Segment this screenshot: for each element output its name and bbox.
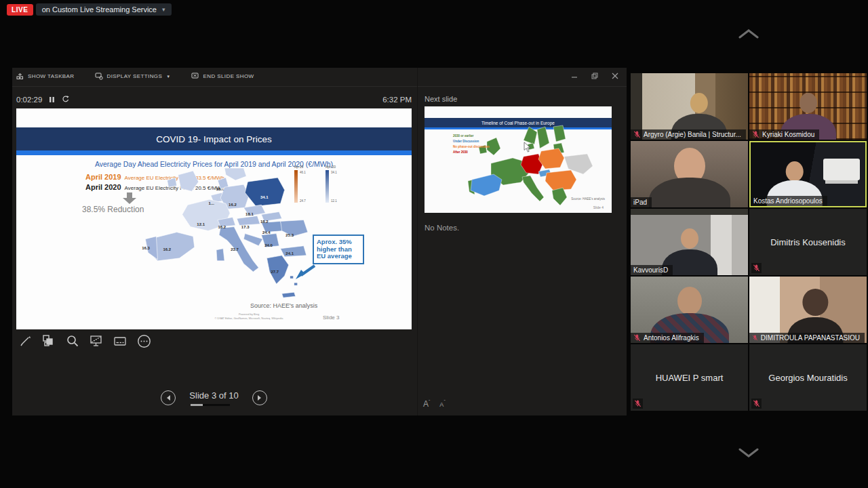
price-legend: Ap-19 46.1 24.7 Apr-20 34.1 12.1: [294, 165, 343, 203]
chevron-down-icon: [738, 447, 759, 458]
scroll-participants-down-button[interactable]: [738, 446, 760, 460]
chevron-up-icon: [738, 28, 759, 39]
participant-name: Antonios Alifragkis: [644, 334, 699, 342]
decrease-font-button[interactable]: Aˆ: [439, 399, 445, 409]
map-value-czechia: 18.1: [245, 212, 254, 216]
video-tile-dimitris[interactable]: Dimitris Kousenidis: [749, 209, 867, 275]
video-tile-kavvouris[interactable]: KavvourisD: [631, 209, 748, 275]
increase-font-button[interactable]: Aˆ: [423, 399, 430, 409]
end-slide-show-button[interactable]: END SLIDE SHOW: [191, 73, 254, 80]
slide-progress-fill: [191, 404, 202, 406]
participant-name-pill: Argyro (Argie) Banila | Structur...: [631, 129, 746, 140]
muted-mic-chip: [751, 263, 762, 273]
next-slide-button[interactable]: [252, 390, 267, 405]
background-printer: [823, 159, 860, 180]
video-tile-georgios[interactable]: Georgios Mouratidis: [749, 344, 867, 411]
more-options-button[interactable]: [136, 333, 151, 348]
map-value-portugal: 16.3: [142, 246, 150, 250]
map-value-greece: 27.7: [271, 270, 279, 274]
muted-mic-icon: [753, 264, 760, 272]
display-settings-label: DISPLAY SETTINGS: [107, 73, 163, 79]
restart-timer-button[interactable]: [62, 95, 70, 105]
legend-apr19: Ap-19 46.1 24.7: [294, 165, 312, 203]
video-tile-kyriaki[interactable]: Kyriaki Kosmidou: [749, 73, 867, 140]
timer-row: 0:02:29 6:32 PM: [16, 94, 412, 106]
slide-navigation: Slide 3 of 10: [16, 389, 412, 406]
legend-apr20-label: Apr-20: [326, 165, 343, 169]
map-value-france: 12.1: [197, 222, 205, 226]
live-service-dropdown[interactable]: on Custom Live Streaming Service ▾: [36, 3, 172, 16]
legend-apr19-bar: [294, 170, 298, 203]
map-value-netherlands: 1...: [209, 201, 214, 205]
participant-name: iPad: [633, 199, 647, 206]
participant-name-pill: Kostas Andriosopoulos: [751, 196, 827, 206]
map-attribution: Powered by Bing © DSAT Editor, GeoNames,…: [208, 312, 290, 321]
caret-down-icon: ▾: [162, 6, 165, 13]
show-taskbar-button[interactable]: SHOW TASKBAR: [16, 73, 75, 80]
muted-mic-chip: [633, 399, 643, 409]
slide-title: COVID 19- Impact on Prices: [156, 134, 271, 144]
caret-down-icon: ▼: [166, 75, 170, 79]
previous-slide-button[interactable]: [161, 390, 176, 405]
zoom-slide-button[interactable]: [65, 333, 80, 348]
current-slide-canvas[interactable]: COVID 19- Impact on Prices Average Day A…: [16, 108, 412, 329]
participant-name: Kostas Andriosopoulos: [753, 197, 823, 205]
callout-box: Aprox. 35% higher than EU average: [313, 235, 364, 264]
map-value-switzerland: 16.2: [218, 225, 226, 229]
slide-number: Slide 3: [323, 314, 339, 321]
legend-apr20-max: 34.1: [331, 171, 337, 174]
slide-source: Source: HAEE's analysis: [250, 302, 317, 309]
video-tile-ipad[interactable]: iPad: [631, 141, 748, 207]
map-value-italy: 23.7: [231, 247, 239, 251]
see-all-slides-button[interactable]: [41, 333, 56, 348]
preview-slide-number: Slide 4: [593, 205, 604, 209]
next-slide-label: Next slide: [425, 95, 457, 103]
participant-grid: Argyro (Argie) Banila | Structur... Kyri…: [631, 73, 867, 411]
slide-progress-bar: [191, 404, 230, 406]
muted-mic-icon: [752, 334, 758, 342]
black-screen-button[interactable]: [89, 333, 104, 348]
participant-name-pill: DIMITROULA PAPANASTASIOU: [749, 333, 865, 343]
pause-timer-button[interactable]: [49, 95, 55, 105]
slide-subtitle: Average Day Ahead Electricity Prices for…: [16, 160, 412, 168]
captions-button[interactable]: [113, 333, 127, 348]
coal-legend-item: After 2030: [453, 150, 490, 155]
price-map-labels: 16.316.212.11...18...16.234.118.118.217.…: [110, 168, 321, 308]
coal-legend-item: 2030 or earlier: [453, 134, 490, 139]
map-value-hungary: 24.4: [262, 230, 271, 235]
muted-mic-icon: [633, 131, 641, 138]
participant-name: HUAWEI P smart: [631, 344, 748, 411]
participant-name: Georgios Mouratidis: [749, 344, 867, 411]
video-tile-argyro[interactable]: Argyro (Argie) Banila | Structur...: [631, 73, 748, 140]
display-settings-button[interactable]: DISPLAY SETTINGS ▼: [95, 73, 171, 80]
map-value-spain: 16.2: [163, 247, 171, 251]
participant-name-pill: Kyriaki Kosmidou: [749, 129, 819, 140]
map-value-serbia: 24.0: [264, 243, 273, 247]
participant-name-pill: iPad: [631, 197, 652, 207]
slide-accent-stripe: [16, 150, 412, 155]
notes-panel: Next slide Timeline of Coal Phase-out in…: [417, 68, 627, 415]
participant-name-pill: Antonios Alifragkis: [631, 333, 704, 343]
video-tile-dimitroula[interactable]: DIMITROULA PAPANASTASIOU: [749, 277, 867, 343]
next-slide-preview[interactable]: Timeline of Coal Phase-out in Europe: [425, 106, 612, 213]
muted-mic-icon: [752, 131, 760, 138]
slide-counter-label: Slide 3 of 10: [189, 390, 238, 401]
video-tile-kostas[interactable]: Kostas Andriosopoulos: [749, 141, 867, 207]
clock-time: 6:32 PM: [382, 96, 412, 104]
participant-name: KavvourisD: [633, 266, 668, 274]
annotation-toolbar: [18, 333, 151, 348]
live-badge: LIVE: [7, 4, 33, 16]
muted-mic-icon: [753, 400, 760, 407]
coal-legend: 2030 or earlier Under Discussion No phas…: [453, 134, 490, 155]
video-tile-antonios[interactable]: Antonios Alifragkis: [631, 277, 748, 343]
map-value-romania: 25.3: [285, 233, 294, 237]
map-value-poland: 34.1: [260, 195, 269, 199]
legend-apr20-min: 12.1: [331, 199, 337, 203]
video-tile-huawei[interactable]: HUAWEI P smart: [631, 344, 748, 411]
participant-name-pill: KavvourisD: [631, 265, 673, 275]
slide-counter: Slide 3 of 10: [189, 389, 238, 406]
scroll-participants-up-button[interactable]: [738, 27, 760, 41]
pen-tool-button[interactable]: [18, 333, 33, 348]
mouse-cursor-icon: [524, 142, 531, 152]
coal-legend-item: Under Discussion: [453, 139, 490, 144]
